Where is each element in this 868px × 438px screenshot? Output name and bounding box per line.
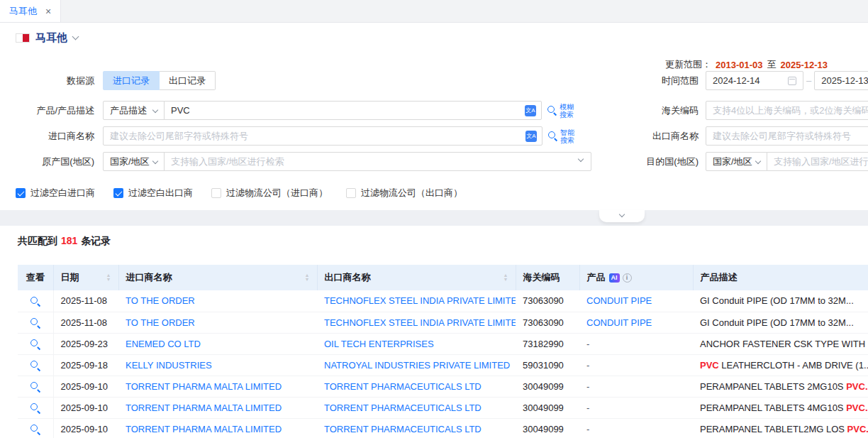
product-type-value: 产品描述: [110, 104, 147, 117]
importer-label: 进口商名称: [0, 130, 94, 143]
exporter-link[interactable]: TECHNOFLEX STEEL INDIA PRIVATE LIMITED: [324, 317, 516, 328]
update-range-start: 2013-01-03: [716, 60, 763, 70]
start-date-input[interactable]: 2024-12-14: [706, 71, 803, 90]
exporter-row: 出口商名称: [624, 126, 868, 146]
end-date-input[interactable]: 2025-12-13: [814, 71, 868, 90]
translate-icon[interactable]: 文A: [525, 105, 536, 116]
tab-bar: 马耳他 ×: [0, 0, 868, 23]
checkbox-checked-icon[interactable]: [113, 188, 123, 198]
cell-date: 2025-09-23: [53, 333, 118, 354]
exporter-link[interactable]: TORRENT PHARMACEUTICALS LTD: [324, 424, 482, 434]
info-icon[interactable]: i: [623, 273, 632, 283]
view-detail-icon[interactable]: [30, 339, 40, 349]
tab-malta[interactable]: 马耳他 ×: [0, 0, 61, 22]
cell-hs-code: 73063090: [516, 290, 579, 312]
exporter-input[interactable]: [706, 126, 868, 146]
origin-country-select[interactable]: 国家/地区: [103, 152, 165, 171]
filter-checkbox-item[interactable]: 过滤物流公司（进口商）: [211, 187, 328, 199]
country-chevron-down-icon[interactable]: [72, 33, 79, 40]
view-detail-icon[interactable]: [30, 381, 40, 392]
col-importer[interactable]: 进口商名称 ▲▼: [118, 265, 317, 290]
cell-product-empty: -: [586, 424, 589, 434]
tab-close-icon[interactable]: ×: [45, 6, 51, 16]
col-product-label: 产品: [587, 271, 606, 284]
cell-product-empty: -: [586, 360, 589, 371]
checkbox-checked-icon[interactable]: [16, 188, 26, 198]
product-input[interactable]: [164, 101, 542, 120]
checkbox-label: 过滤物流公司（出口商）: [361, 187, 462, 199]
importer-link[interactable]: TORRENT PHARMA MALTA LIMITED: [126, 381, 282, 392]
cell-description: PERAMPANEL TABLETS 2MG10S PVC...: [693, 376, 868, 397]
view-detail-icon[interactable]: [30, 317, 40, 328]
cell-product-empty: -: [586, 339, 589, 349]
cell-description: GI Conduit PIPE (OD 17MM to 32M...: [693, 290, 868, 312]
exporter-link[interactable]: TECHNOFLEX STEEL INDIA PRIVATE LIMITED: [324, 295, 516, 306]
product-type-select[interactable]: 产品描述: [103, 101, 165, 120]
cell-description: PERAMPANEL TABLETS 4MG10S PVC...: [693, 397, 868, 418]
exporter-label: 出口商名称: [624, 130, 699, 143]
importer-link[interactable]: TORRENT PHARMA MALTA LIMITED: [126, 424, 282, 434]
data-source-label: 数据源: [0, 75, 94, 87]
checkbox-unchecked-icon[interactable]: [211, 188, 221, 198]
summary-suffix: 条记录: [81, 235, 111, 248]
importer-link[interactable]: TO THE ORDER: [126, 295, 195, 306]
results-table-body: 2025-11-08TO THE ORDERTECHNOFLEX STEEL I…: [18, 290, 868, 438]
product-link[interactable]: CONDUIT PIPE: [586, 317, 652, 328]
origin-country-label: 原产国(地区): [0, 155, 94, 168]
import-records-tab[interactable]: 进口记录: [103, 71, 160, 90]
exporter-link[interactable]: NATROYAL INDUSTRIES PRIVATE LIMITED: [324, 360, 510, 371]
update-range-label: 更新范围：: [665, 58, 711, 71]
view-detail-icon[interactable]: [30, 296, 40, 307]
product-link[interactable]: CONDUIT PIPE: [586, 295, 652, 306]
product-label: 产品/产品描述: [0, 104, 94, 117]
hs-code-input[interactable]: [706, 101, 868, 120]
col-product: 产品 AI i: [579, 265, 693, 290]
translate-icon[interactable]: 文A: [525, 131, 537, 142]
export-records-tab[interactable]: 出口记录: [160, 71, 216, 90]
view-detail-icon[interactable]: [30, 403, 40, 413]
col-exporter-label: 出口商名称: [325, 271, 371, 284]
origin-select-value: 国家/地区: [110, 155, 150, 168]
cell-date: 2025-11-08: [53, 312, 118, 333]
importer-link[interactable]: ENEMED CO LTD: [126, 339, 201, 349]
checkbox-label: 过滤物流公司（进口商）: [226, 187, 328, 199]
chevron-down-icon: [152, 106, 158, 112]
view-detail-icon[interactable]: [30, 424, 40, 434]
destination-country-input[interactable]: [767, 152, 868, 171]
sort-icon[interactable]: ▲▼: [106, 273, 111, 282]
update-range: 更新范围： 2013-01-03 至 2025-12-13: [665, 58, 828, 71]
cell-date: 2025-09-18: [53, 354, 118, 376]
cell-hs-code: 73182990: [516, 333, 579, 354]
importer-link[interactable]: TORRENT PHARMA MALTA LIMITED: [126, 403, 282, 413]
exporter-link[interactable]: TORRENT PHARMACEUTICALS LTD: [324, 403, 482, 413]
sort-icon[interactable]: ▲▼: [305, 273, 310, 282]
checkbox-label: 过滤空白进口商: [30, 187, 95, 199]
col-date[interactable]: 日期 ▲▼: [53, 265, 118, 290]
time-range-row: 时间范围 2024-12-14 – 2025-12-13: [624, 71, 868, 90]
sort-icon[interactable]: ▲▼: [503, 273, 508, 282]
view-detail-icon[interactable]: [30, 360, 40, 371]
collapse-filters-button[interactable]: [599, 210, 645, 222]
importer-link[interactable]: TO THE ORDER: [126, 317, 195, 328]
exporter-link[interactable]: TORRENT PHARMACEUTICALS LTD: [324, 381, 482, 392]
filter-checkbox-item[interactable]: 过滤空白进口商: [16, 187, 95, 199]
fuzzy-search-button[interactable]: 模糊搜索: [547, 103, 577, 119]
filter-checkbox-row: 过滤空白进口商过滤空白出口商过滤物流公司（进口商）过滤物流公司（出口商）: [16, 187, 462, 199]
table-row: 2025-09-18KELLY INDUSTRIESNATROYAL INDUS…: [18, 354, 868, 376]
col-exporter[interactable]: 出口商名称 ▲▼: [317, 265, 516, 290]
country-name: 马耳他: [35, 31, 67, 45]
match-count: 181: [61, 235, 77, 248]
importer-input[interactable]: [103, 126, 542, 146]
importer-link[interactable]: KELLY INDUSTRIES: [126, 360, 212, 371]
smart-search-button[interactable]: 智能搜索: [548, 128, 577, 144]
filter-checkbox-item[interactable]: 过滤空白出口商: [113, 187, 193, 199]
checkbox-unchecked-icon[interactable]: [346, 188, 356, 198]
app-window: 马耳他 × 马耳他 更新范围： 2013-01-03 至 2025-12-13 …: [0, 0, 868, 438]
destination-country-select[interactable]: 国家/地区: [706, 152, 767, 171]
filter-checkbox-item[interactable]: 过滤物流公司（出口商）: [346, 187, 462, 199]
ai-badge: AI: [609, 273, 620, 283]
exporter-link[interactable]: OIL TECH ENTERPRISES: [324, 339, 434, 349]
cell-hs-code: 30049099: [516, 397, 579, 418]
cell-date: 2025-09-10: [53, 397, 118, 418]
origin-country-input[interactable]: [164, 152, 591, 171]
